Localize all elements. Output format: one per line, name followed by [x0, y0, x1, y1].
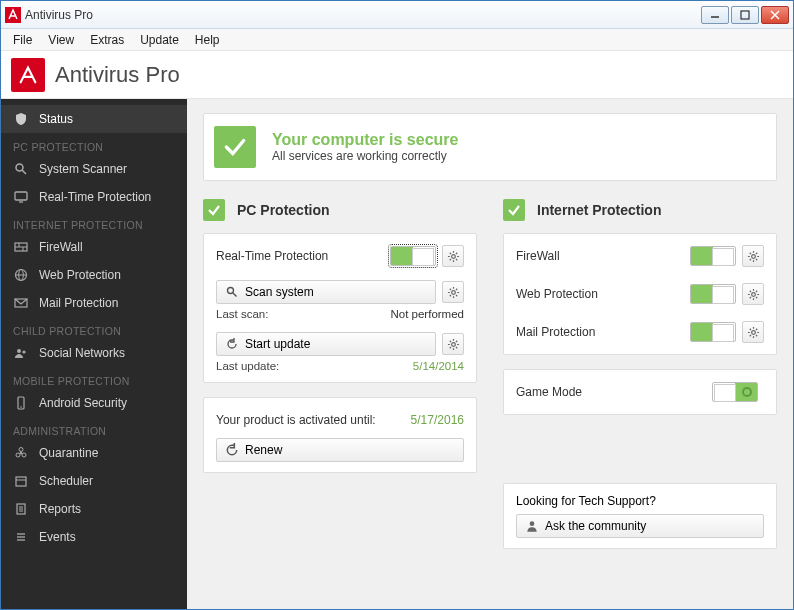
biohazard-icon: [13, 445, 29, 461]
realtime-settings-button[interactable]: [442, 245, 464, 267]
sidebar-section-mobile: MOBILE PROTECTION: [1, 367, 187, 389]
svg-point-18: [20, 406, 22, 408]
svg-point-15: [17, 349, 21, 353]
main-content: Your computer is secure All services are…: [187, 99, 793, 609]
firewall-label: FireWall: [516, 249, 690, 263]
status-card: Your computer is secure All services are…: [203, 113, 777, 181]
sidebar-item-reports[interactable]: Reports: [1, 495, 187, 523]
sidebar-item-label: Web Protection: [39, 268, 121, 282]
menubar: File View Extras Update Help: [1, 29, 793, 51]
web-protection-toggle[interactable]: [690, 284, 736, 304]
game-mode-toggle[interactable]: [712, 382, 758, 402]
web-protection-settings-button[interactable]: [742, 283, 764, 305]
monitor-icon: [13, 189, 29, 205]
sidebar-section-child: CHILD PROTECTION: [1, 317, 187, 339]
pc-protection-panel: Real-Time Protection Scan system: [203, 233, 477, 383]
menu-view[interactable]: View: [40, 31, 82, 49]
svg-point-35: [451, 290, 455, 294]
magnifier-icon: [13, 161, 29, 177]
sidebar-item-mailprot[interactable]: Mail Protection: [1, 289, 187, 317]
ask-community-button[interactable]: Ask the community: [516, 514, 764, 538]
globe-icon: [13, 267, 29, 283]
check-icon: [214, 126, 256, 168]
calendar-icon: [13, 473, 29, 489]
last-update-value: 5/14/2014: [413, 360, 464, 372]
phone-icon: [13, 395, 29, 411]
pc-protection-title: PC Protection: [237, 202, 330, 218]
person-icon: [525, 519, 539, 533]
mail-protection-toggle[interactable]: [690, 322, 736, 342]
web-protection-label: Web Protection: [516, 287, 690, 301]
last-scan-value: Not performed: [390, 308, 464, 320]
sidebar-item-system-scanner[interactable]: System Scanner: [1, 155, 187, 183]
svg-point-33: [228, 288, 234, 294]
scan-settings-button[interactable]: [442, 281, 464, 303]
refresh-icon: [225, 337, 239, 351]
sidebar-item-label: Events: [39, 530, 76, 544]
maximize-button[interactable]: [731, 6, 759, 24]
brand-bar: Antivirus Pro: [1, 51, 793, 99]
sidebar-section-internet: INTERNET PROTECTION: [1, 211, 187, 233]
svg-point-38: [751, 292, 755, 296]
close-button[interactable]: [761, 6, 789, 24]
realtime-toggle[interactable]: [390, 246, 436, 266]
activation-date: 5/17/2016: [411, 413, 464, 427]
internet-protection-panel: FireWall Web Protection Mail Protection: [503, 233, 777, 355]
sidebar-item-webprot[interactable]: Web Protection: [1, 261, 187, 289]
svg-point-36: [451, 342, 455, 346]
game-mode-label: Game Mode: [516, 385, 712, 399]
sidebar-section-admin: ADMINISTRATION: [1, 417, 187, 439]
sidebar-item-scheduler[interactable]: Scheduler: [1, 467, 187, 495]
sidebar-item-social[interactable]: Social Networks: [1, 339, 187, 367]
sidebar-item-label: Scheduler: [39, 474, 93, 488]
sidebar-item-events[interactable]: Events: [1, 523, 187, 551]
minimize-button[interactable]: [701, 6, 729, 24]
start-update-button[interactable]: Start update: [216, 332, 436, 356]
support-question: Looking for Tech Support?: [516, 494, 764, 508]
status-headline: Your computer is secure: [272, 131, 458, 149]
sidebar-item-realtime[interactable]: Real-Time Protection: [1, 183, 187, 211]
renew-button[interactable]: Renew: [216, 438, 464, 462]
update-settings-button[interactable]: [442, 333, 464, 355]
activation-label: Your product is activated until:: [216, 413, 411, 427]
internet-protection-column: Internet Protection FireWall Web Protect…: [503, 199, 777, 563]
refresh-icon: [225, 443, 239, 457]
sidebar-item-status[interactable]: Status: [1, 105, 187, 133]
svg-rect-5: [15, 192, 27, 200]
svg-point-22: [22, 453, 26, 457]
menu-file[interactable]: File: [5, 31, 40, 49]
scan-system-button[interactable]: Scan system: [216, 280, 436, 304]
sidebar-item-quarantine[interactable]: Quarantine: [1, 439, 187, 467]
svg-rect-23: [16, 477, 26, 486]
svg-point-39: [751, 330, 755, 334]
check-icon: [503, 199, 525, 221]
firewall-settings-button[interactable]: [742, 245, 764, 267]
last-scan-label: Last scan:: [216, 308, 268, 320]
mail-protection-settings-button[interactable]: [742, 321, 764, 343]
sidebar-item-label: Android Security: [39, 396, 127, 410]
sidebar-item-label: Real-Time Protection: [39, 190, 151, 204]
svg-line-34: [233, 293, 237, 297]
svg-rect-2: [741, 11, 749, 19]
game-mode-panel: Game Mode: [503, 369, 777, 415]
sidebar-item-android[interactable]: Android Security: [1, 389, 187, 417]
button-label: Renew: [245, 443, 282, 457]
sidebar-item-firewall[interactable]: FireWall: [1, 233, 187, 261]
button-label: Start update: [245, 337, 310, 351]
sidebar-item-label: Status: [39, 112, 73, 126]
activation-panel: Your product is activated until: 5/17/20…: [203, 397, 477, 473]
internet-protection-title: Internet Protection: [537, 202, 661, 218]
svg-point-40: [530, 521, 535, 526]
app-icon: [5, 7, 21, 23]
firewall-icon: [13, 239, 29, 255]
menu-extras[interactable]: Extras: [82, 31, 132, 49]
menu-help[interactable]: Help: [187, 31, 228, 49]
svg-point-21: [16, 453, 20, 457]
sidebar-item-label: System Scanner: [39, 162, 127, 176]
menu-update[interactable]: Update: [132, 31, 187, 49]
support-panel: Looking for Tech Support? Ask the commun…: [503, 483, 777, 549]
magnifier-icon: [225, 285, 239, 299]
shield-icon: [13, 111, 29, 127]
firewall-toggle[interactable]: [690, 246, 736, 266]
sidebar-item-label: Quarantine: [39, 446, 98, 460]
